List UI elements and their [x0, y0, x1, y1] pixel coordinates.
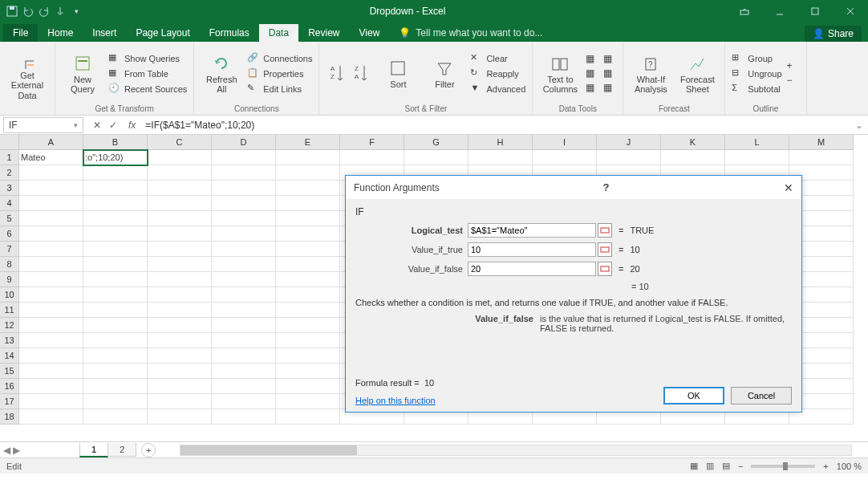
- zoom-level[interactable]: 100 %: [837, 461, 862, 471]
- cell[interactable]: [19, 394, 83, 409]
- subtotal-button[interactable]: ΣSubtotal: [732, 82, 781, 96]
- forecast-sheet-button[interactable]: Forecast Sheet: [676, 45, 718, 103]
- column-header[interactable]: I: [533, 135, 597, 150]
- column-header[interactable]: D: [212, 135, 276, 150]
- cell[interactable]: [212, 333, 276, 348]
- row-header[interactable]: 13: [0, 333, 19, 348]
- get-external-data-button[interactable]: Get External Data: [6, 45, 48, 112]
- cell[interactable]: [19, 196, 83, 211]
- group-button[interactable]: ⊞Group: [732, 51, 781, 66]
- row-header[interactable]: 15: [0, 364, 19, 379]
- column-header[interactable]: B: [83, 135, 148, 150]
- ribbon-options-icon[interactable]: [727, 0, 762, 22]
- cell[interactable]: [83, 409, 148, 425]
- column-header[interactable]: C: [148, 135, 212, 150]
- range-select-icon[interactable]: [598, 223, 612, 238]
- close-icon[interactable]: [833, 0, 868, 22]
- row-header[interactable]: 17: [0, 394, 19, 409]
- cell[interactable]: [212, 272, 276, 287]
- cell[interactable]: [212, 379, 276, 394]
- row-header[interactable]: 4: [0, 196, 19, 211]
- tab-file[interactable]: File: [3, 24, 38, 42]
- cell[interactable]: [19, 348, 83, 364]
- cell[interactable]: [148, 226, 212, 242]
- sort-desc-button[interactable]: ZA: [350, 45, 372, 103]
- cell[interactable]: [276, 409, 340, 425]
- cell[interactable]: [276, 196, 340, 211]
- consolidate-icon[interactable]: ▦: [603, 53, 616, 66]
- cell[interactable]: [148, 165, 212, 181]
- touch-mode-icon[interactable]: [55, 6, 66, 17]
- view-page-icon[interactable]: ▥: [706, 461, 714, 471]
- column-header[interactable]: K: [661, 135, 725, 150]
- cell[interactable]: [83, 257, 148, 272]
- tab-page-layout[interactable]: Page Layout: [126, 24, 199, 42]
- arg-input-logical-test[interactable]: [468, 223, 596, 238]
- row-header[interactable]: 12: [0, 318, 19, 333]
- zoom-slider[interactable]: [751, 465, 815, 468]
- cell[interactable]: [19, 226, 83, 242]
- refresh-all-button[interactable]: Refresh All: [201, 45, 242, 103]
- advanced-filter-button[interactable]: ▼Advanced: [470, 82, 525, 96]
- cell[interactable]: [19, 303, 83, 318]
- zoom-in-icon[interactable]: +: [823, 461, 828, 471]
- new-query-button[interactable]: New Query: [62, 45, 103, 103]
- cell[interactable]: [276, 242, 340, 257]
- cell[interactable]: [276, 165, 340, 181]
- cell[interactable]: [83, 272, 148, 287]
- column-header[interactable]: J: [597, 135, 661, 150]
- show-queries-button[interactable]: ▦Show Queries: [108, 51, 187, 66]
- text-to-columns-button[interactable]: Text to Columns: [539, 45, 581, 103]
- cell[interactable]: [19, 287, 83, 303]
- tab-formulas[interactable]: Formulas: [200, 24, 259, 42]
- cell[interactable]: [148, 242, 212, 257]
- row-header[interactable]: 6: [0, 226, 19, 242]
- view-normal-icon[interactable]: ▦: [690, 461, 698, 471]
- redo-icon[interactable]: [39, 6, 50, 17]
- cell[interactable]: :o";10;20): [83, 150, 148, 165]
- column-header[interactable]: M: [789, 135, 854, 150]
- expand-formula-icon[interactable]: ⌄: [850, 120, 868, 131]
- formula-input[interactable]: =IF($A$1="Mateo";10;20): [140, 120, 850, 131]
- maximize-icon[interactable]: [797, 0, 833, 22]
- tell-me-search[interactable]: 💡 Tell me what you want to do...: [389, 24, 552, 42]
- cell[interactable]: [19, 181, 83, 196]
- cell[interactable]: [83, 181, 148, 196]
- cell[interactable]: [19, 272, 83, 287]
- ok-button[interactable]: OK: [663, 387, 724, 404]
- sheet-tab-1[interactable]: 1: [79, 443, 108, 457]
- cell[interactable]: [83, 364, 148, 379]
- enter-formula-icon[interactable]: ✓: [109, 120, 117, 131]
- row-header[interactable]: 1: [0, 150, 19, 165]
- cell[interactable]: [276, 181, 340, 196]
- cell[interactable]: [83, 211, 148, 226]
- cell[interactable]: [212, 196, 276, 211]
- row-header[interactable]: 16: [0, 379, 19, 394]
- cell[interactable]: [148, 303, 212, 318]
- cell[interactable]: Mateo: [19, 150, 83, 165]
- qat-customize-icon[interactable]: ▾: [71, 6, 82, 17]
- sheet-tab-2[interactable]: 2: [107, 443, 136, 457]
- cell[interactable]: [83, 303, 148, 318]
- help-link[interactable]: Help on this function: [355, 396, 436, 405]
- cell[interactable]: [212, 226, 276, 242]
- cell[interactable]: [276, 318, 340, 333]
- column-header[interactable]: A: [19, 135, 83, 150]
- add-sheet-button[interactable]: +: [141, 443, 156, 457]
- cell[interactable]: [148, 394, 212, 409]
- horizontal-scrollbar[interactable]: [180, 445, 852, 456]
- tab-view[interactable]: View: [350, 24, 390, 42]
- cell[interactable]: [212, 348, 276, 364]
- cell[interactable]: [404, 150, 468, 165]
- view-break-icon[interactable]: ▤: [722, 461, 730, 471]
- name-box[interactable]: IF ▾: [3, 117, 83, 133]
- cell[interactable]: [83, 318, 148, 333]
- row-header[interactable]: 14: [0, 348, 19, 364]
- range-select-icon[interactable]: [598, 262, 612, 276]
- arg-input-value-false[interactable]: [468, 262, 596, 276]
- cell[interactable]: [83, 379, 148, 394]
- cell[interactable]: [83, 348, 148, 364]
- relationships-icon[interactable]: ▦: [603, 67, 616, 80]
- row-header[interactable]: 18: [0, 409, 19, 425]
- reapply-button[interactable]: ↻Reapply: [470, 67, 525, 81]
